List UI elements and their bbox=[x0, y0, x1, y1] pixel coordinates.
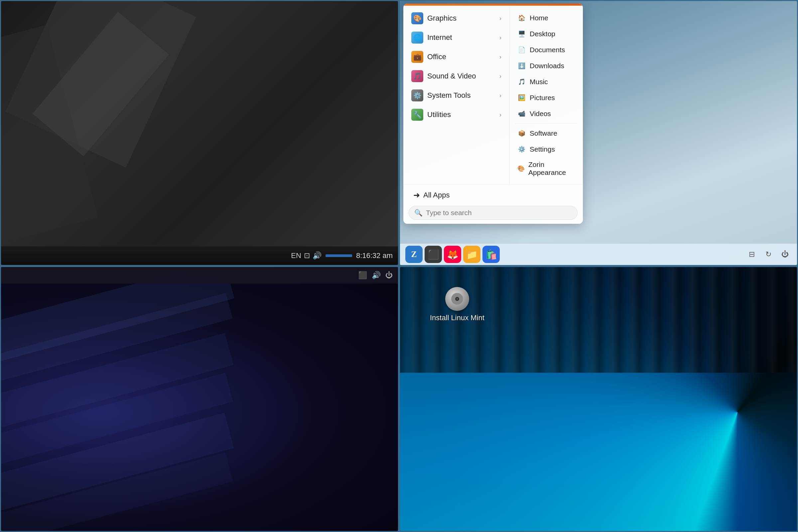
menu-system-software[interactable]: 📦 Software bbox=[512, 126, 581, 141]
clock: 8:16:32 am bbox=[356, 251, 393, 260]
menu-place-home[interactable]: 🏠 Home bbox=[512, 10, 581, 25]
settings-label: Settings bbox=[530, 145, 555, 153]
zorin-appearance-label: Zorin Appearance bbox=[528, 160, 575, 176]
taskbar-topleft: EN ⊡ 🔊 8:16:32 am bbox=[1, 246, 398, 265]
switch-user-button[interactable]: ⊟ bbox=[745, 248, 758, 261]
menu-item-graphics[interactable]: 🎨 Graphics › bbox=[405, 9, 507, 27]
office-icon: 💼 bbox=[411, 51, 423, 63]
music-label: Music bbox=[530, 78, 548, 86]
all-apps-arrow-icon: ➜ bbox=[413, 191, 420, 200]
utilities-icon: 🔧 bbox=[411, 109, 423, 121]
documents-icon: 📄 bbox=[517, 45, 526, 55]
home-label: Home bbox=[530, 14, 548, 22]
pictures-icon: 🖼️ bbox=[517, 93, 526, 102]
menu-place-documents[interactable]: 📄 Documents bbox=[512, 42, 581, 58]
menu-categories: 🎨 Graphics › 🌐 Internet › 💼 Office › 🎵 S… bbox=[403, 6, 510, 184]
dock-store[interactable]: 🛍️ bbox=[482, 246, 500, 263]
all-apps-label: All Apps bbox=[423, 191, 450, 200]
progress-bar bbox=[325, 254, 352, 257]
network-icon: ⊡ bbox=[304, 251, 310, 260]
pictures-label: Pictures bbox=[530, 94, 555, 102]
desktop-bottomright: Install Linux Mint bbox=[400, 267, 797, 531]
documents-label: Documents bbox=[530, 46, 565, 54]
menu-body: 🎨 Graphics › 🌐 Internet › 💼 Office › 🎵 S… bbox=[403, 6, 583, 184]
screen-icon[interactable]: ⬛ bbox=[358, 271, 367, 280]
menu-bottom: ➜ All Apps 🔍 bbox=[403, 184, 583, 224]
menu-divider-1 bbox=[515, 124, 577, 124]
menu-place-music[interactable]: 🎵 Music bbox=[512, 74, 581, 90]
menu-place-pictures[interactable]: 🖼️ Pictures bbox=[512, 90, 581, 106]
search-bar[interactable]: 🔍 bbox=[408, 206, 577, 220]
app-menu: 🎨 Graphics › 🌐 Internet › 💼 Office › 🎵 S… bbox=[403, 4, 583, 224]
zorin-appearance-icon: 🎨 bbox=[517, 164, 525, 173]
volume-icon[interactable]: 🔊 bbox=[312, 251, 322, 260]
music-icon: 🎵 bbox=[517, 77, 526, 87]
menu-item-office[interactable]: 💼 Office › bbox=[405, 48, 507, 66]
taskbar-bottomleft: ⬛ 🔊 ⏻ bbox=[1, 267, 398, 284]
soundvideo-label: Sound & Video bbox=[427, 72, 495, 80]
videos-label: Videos bbox=[530, 110, 551, 118]
office-label: Office bbox=[427, 53, 495, 61]
menu-system-settings[interactable]: ⚙️ Settings bbox=[512, 141, 581, 157]
menu-item-systemtools[interactable]: ⚙️ System Tools › bbox=[405, 86, 507, 105]
menu-place-videos[interactable]: 📹 Videos bbox=[512, 106, 581, 121]
home-icon: 🏠 bbox=[517, 13, 526, 23]
space-background bbox=[1, 267, 398, 531]
desktop-label: Desktop bbox=[530, 30, 555, 38]
utilities-label: Utilities bbox=[427, 110, 495, 119]
search-input[interactable] bbox=[426, 209, 572, 217]
graphics-label: Graphics bbox=[427, 14, 495, 23]
power-button[interactable]: ⏻ bbox=[778, 248, 792, 261]
install-disk-icon bbox=[445, 287, 469, 311]
soundvideo-icon: 🎵 bbox=[411, 70, 423, 82]
systemtools-icon: ⚙️ bbox=[411, 90, 423, 101]
videos-icon: 📹 bbox=[517, 109, 526, 118]
install-linux-mint-label: Install Linux Mint bbox=[430, 314, 484, 322]
software-label: Software bbox=[530, 129, 557, 137]
refresh-button[interactable]: ↻ bbox=[762, 248, 775, 261]
system-tray: EN ⊡ 🔊 bbox=[291, 251, 322, 260]
desktop-bottomleft: ⬛ 🔊 ⏻ bbox=[1, 267, 398, 531]
graphics-icon: 🎨 bbox=[411, 12, 423, 24]
menu-places-system: 🏠 Home 🖥️ Desktop 📄 Documents ⬇️ Downloa… bbox=[510, 6, 583, 184]
install-linux-mint-icon[interactable]: Install Linux Mint bbox=[430, 287, 484, 322]
menu-place-desktop[interactable]: 🖥️ Desktop bbox=[512, 26, 581, 41]
settings-icon: ⚙️ bbox=[517, 145, 526, 154]
internet-arrow: › bbox=[499, 34, 501, 41]
systemtools-arrow: › bbox=[499, 92, 501, 99]
dock-files[interactable]: 📁 bbox=[463, 246, 480, 263]
desktop-topleft: EN ⊡ 🔊 8:16:32 am bbox=[1, 1, 398, 265]
all-apps-button[interactable]: ➜ All Apps bbox=[408, 187, 577, 203]
svg-point-2 bbox=[457, 298, 458, 300]
office-arrow: › bbox=[499, 54, 501, 60]
taskbar-topright: Z ⬛ 🦊 📁 🛍️ ⊟ ↻ ⏻ bbox=[400, 244, 797, 265]
menu-system-zorin-appearance[interactable]: 🎨 Zorin Appearance bbox=[512, 158, 581, 179]
search-icon: 🔍 bbox=[414, 209, 423, 217]
downloads-icon: ⬇️ bbox=[517, 61, 526, 71]
dock-firefox[interactable]: 🦊 bbox=[444, 246, 461, 263]
systemtools-label: System Tools bbox=[427, 91, 495, 100]
power-bl-icon[interactable]: ⏻ bbox=[385, 271, 393, 280]
dock-window-manager[interactable]: ⬛ bbox=[424, 246, 442, 263]
soundvideo-arrow: › bbox=[499, 73, 501, 80]
internet-label: Internet bbox=[427, 33, 495, 42]
menu-item-internet[interactable]: 🌐 Internet › bbox=[405, 28, 507, 47]
lang-indicator[interactable]: EN bbox=[291, 251, 301, 260]
graphics-arrow: › bbox=[499, 15, 501, 22]
menu-item-utilities[interactable]: 🔧 Utilities › bbox=[405, 106, 507, 124]
internet-icon: 🌐 bbox=[411, 32, 423, 43]
software-icon: 📦 bbox=[517, 129, 526, 138]
volume-bl-icon[interactable]: 🔊 bbox=[372, 271, 381, 280]
utilities-arrow: › bbox=[499, 111, 501, 118]
downloads-label: Downloads bbox=[530, 62, 564, 70]
desktop-icon-menu: 🖥️ bbox=[517, 29, 526, 39]
desktop-topright: 🎨 Graphics › 🌐 Internet › 💼 Office › 🎵 S… bbox=[400, 1, 797, 265]
dock-zorin[interactable]: Z bbox=[405, 246, 423, 263]
menu-place-downloads[interactable]: ⬇️ Downloads bbox=[512, 58, 581, 74]
menu-item-soundvideo[interactable]: 🎵 Sound & Video › bbox=[405, 67, 507, 86]
